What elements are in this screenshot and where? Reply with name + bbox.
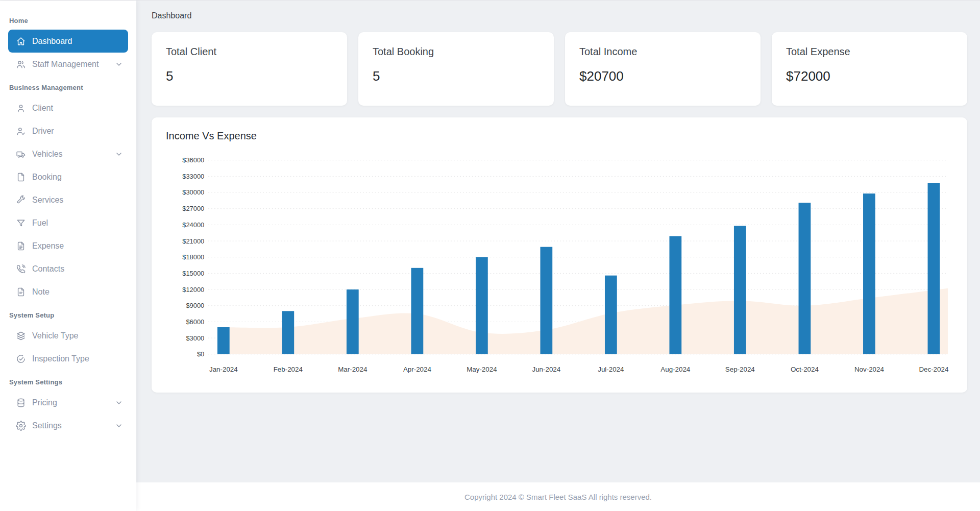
y-axis-tick: $36000 xyxy=(182,156,204,164)
income-bar-mar-2024 xyxy=(347,289,359,354)
income-bar-sep-2024 xyxy=(734,226,746,354)
users-icon xyxy=(16,59,26,69)
y-axis-tick: $18000 xyxy=(182,253,204,261)
y-axis-tick: $6000 xyxy=(186,318,204,326)
income-bar-oct-2024 xyxy=(799,203,811,354)
sidebar-item-dashboard[interactable]: Dashboard xyxy=(8,30,128,53)
sidebar-section: Home Dashboard Staff Management xyxy=(0,17,136,76)
chevron-down-icon xyxy=(115,422,123,430)
expense-area-series xyxy=(224,288,948,354)
copyright-text: Copyright 2024 © Smart Fleet SaaS All ri… xyxy=(464,493,652,501)
y-axis-tick: $15000 xyxy=(182,270,204,277)
main-content: Dashboard Total Client 5 Total Booking 5… xyxy=(136,1,980,482)
stat-card-value: 5 xyxy=(373,68,540,84)
database-icon xyxy=(16,398,26,408)
truck-icon xyxy=(16,149,26,159)
income-bar-jun-2024 xyxy=(540,247,552,354)
income-bar-dec-2024 xyxy=(928,183,940,354)
y-axis-tick: $27000 xyxy=(182,205,204,212)
x-axis-tick: Aug-2024 xyxy=(660,366,691,373)
user-icon xyxy=(16,103,26,113)
x-axis-tick: Apr-2024 xyxy=(403,366,432,373)
sidebar-item-vehicle-type[interactable]: Vehicle Type xyxy=(8,324,128,347)
income-bar-feb-2024 xyxy=(282,311,294,354)
wrench-icon xyxy=(16,195,26,205)
page-title: Dashboard xyxy=(152,11,967,20)
circle-check-icon xyxy=(16,354,26,364)
main-area: Dashboard Total Client 5 Total Booking 5… xyxy=(136,1,980,511)
chart-title: Income Vs Expense xyxy=(166,130,953,142)
stat-card-title: Total Income xyxy=(579,46,746,58)
sidebar-item-vehicles[interactable]: Vehicles xyxy=(8,142,128,165)
sidebar-item-inspection-type[interactable]: Inspection Type xyxy=(8,347,128,370)
sidebar-section-label: System Settings xyxy=(0,378,136,386)
sidebar-section-items: Vehicle Type Inspection Type xyxy=(0,324,136,370)
x-axis-tick: Feb-2024 xyxy=(274,366,303,373)
summary-cards: Total Client 5 Total Booking 5 Total Inc… xyxy=(152,32,967,106)
income-bar-jul-2024 xyxy=(605,276,617,354)
sidebar-item-booking[interactable]: Booking xyxy=(8,165,128,188)
income-bar-aug-2024 xyxy=(669,236,681,354)
chevron-down-icon xyxy=(115,150,123,158)
y-axis-tick: $21000 xyxy=(182,237,204,245)
footer: Copyright 2024 © Smart Fleet SaaS All ri… xyxy=(136,482,980,511)
file-text-icon xyxy=(16,241,26,251)
chevron-down-icon xyxy=(115,399,123,407)
income-bar-may-2024 xyxy=(476,257,488,354)
sidebar-section-label: Home xyxy=(0,17,136,25)
stat-card-title: Total Booking xyxy=(373,46,540,58)
sidebar-item-expense[interactable]: Expense xyxy=(8,234,128,257)
sidebar-section-items: Pricing Settings xyxy=(0,391,136,437)
x-axis-tick: Oct-2024 xyxy=(791,366,819,373)
funnel-icon xyxy=(16,218,26,228)
sidebar-item-services[interactable]: Services xyxy=(8,188,128,211)
sidebar-item-pricing[interactable]: Pricing xyxy=(8,391,128,414)
chart-card: Income Vs Expense $0$3000$6000$9000$1200… xyxy=(152,117,967,393)
x-axis-tick: Jan-2024 xyxy=(209,366,238,373)
y-axis-tick: $9000 xyxy=(186,302,204,309)
sidebar-section: System Setup Vehicle Type Inspection Typ… xyxy=(0,311,136,370)
sidebar-section: System Settings Pricing Settings xyxy=(0,378,136,437)
sidebar-section-items: Client Driver Vehicles Booking Services … xyxy=(0,96,136,303)
stat-card-value: $20700 xyxy=(579,68,746,84)
y-axis-tick: $12000 xyxy=(182,286,204,294)
y-axis-tick: $0 xyxy=(197,350,204,358)
stat-card-value: $72000 xyxy=(786,68,953,84)
sidebar-item-driver[interactable]: Driver xyxy=(8,119,128,142)
sidebar-item-fuel[interactable]: Fuel xyxy=(8,211,128,234)
user-check-icon xyxy=(16,126,26,136)
sidebar-item-contacts[interactable]: Contacts xyxy=(8,257,128,280)
y-axis-tick: $24000 xyxy=(182,221,204,229)
stat-card-total-expense: Total Expense $72000 xyxy=(772,32,967,106)
sidebar-section-label: Business Management xyxy=(0,84,136,91)
sidebar-item-note[interactable]: Note xyxy=(8,280,128,303)
sidebar-section-label: System Setup xyxy=(0,311,136,319)
x-axis-tick: Sep-2024 xyxy=(725,366,755,373)
x-axis-tick: Jul-2024 xyxy=(598,366,624,373)
x-axis-tick: Nov-2024 xyxy=(854,366,884,373)
sidebar-item-settings[interactable]: Settings xyxy=(8,414,128,437)
stat-card-title: Total Client xyxy=(166,46,333,58)
app-root: Home Dashboard Staff Management Business… xyxy=(0,0,980,511)
chevron-down-icon xyxy=(115,60,123,68)
y-axis-tick: $3000 xyxy=(186,334,204,342)
stat-card-value: 5 xyxy=(166,68,333,84)
stat-card-title: Total Expense xyxy=(786,46,953,58)
layers-icon xyxy=(16,331,26,341)
income-expense-chart: $0$3000$6000$9000$12000$15000$18000$2100… xyxy=(166,146,953,383)
income-bar-apr-2024 xyxy=(411,268,424,354)
x-axis-tick: Mar-2024 xyxy=(338,366,368,373)
x-axis-tick: Dec-2024 xyxy=(919,366,948,373)
phone-icon xyxy=(16,264,26,274)
stat-card-total-income: Total Income $20700 xyxy=(565,32,761,106)
sidebar-nav: Home Dashboard Staff Management Business… xyxy=(0,17,136,437)
stat-card-total-booking: Total Booking 5 xyxy=(358,32,554,106)
chart-svg: $0$3000$6000$9000$12000$15000$18000$2100… xyxy=(166,146,953,383)
x-axis-tick: Jun-2024 xyxy=(532,366,561,373)
home-icon xyxy=(16,36,26,46)
income-bar-nov-2024 xyxy=(863,193,875,354)
x-axis-tick: May-2024 xyxy=(467,366,497,373)
sidebar-item-staff-management[interactable]: Staff Management xyxy=(8,53,128,76)
sidebar-item-client[interactable]: Client xyxy=(8,96,128,119)
income-bar-jan-2024 xyxy=(217,327,230,354)
